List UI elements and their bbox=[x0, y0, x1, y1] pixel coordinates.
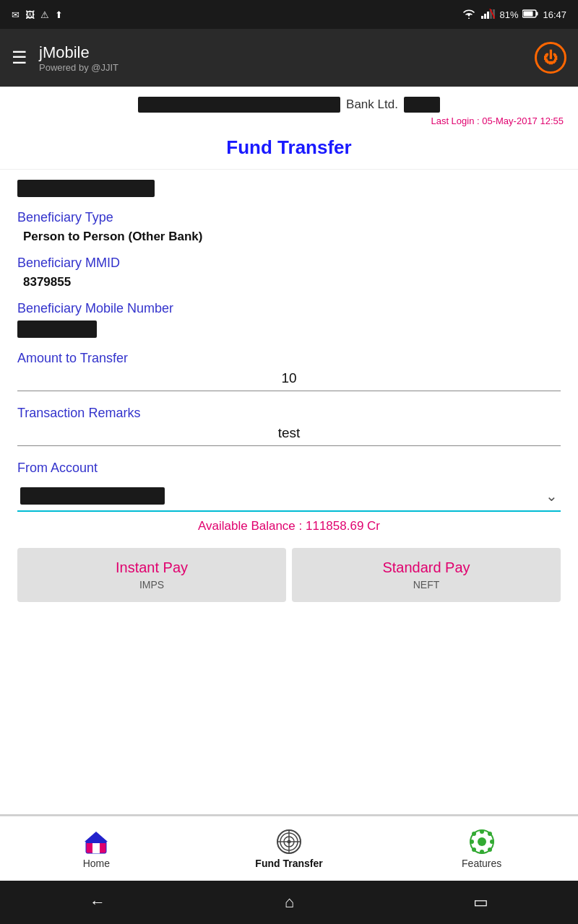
bank-name-row: Bank Ltd. bbox=[14, 97, 564, 113]
beneficiary-mmid-label: Beneficiary MMID bbox=[17, 256, 561, 271]
standard-pay-button[interactable]: Standard Pay NEFT bbox=[292, 548, 561, 602]
hamburger-menu[interactable]: ☰ bbox=[12, 48, 27, 68]
power-button[interactable]: ⏻ bbox=[535, 42, 566, 74]
svg-rect-2 bbox=[484, 14, 486, 19]
neft-label: NEFT bbox=[413, 579, 440, 590]
home-label: Home bbox=[83, 858, 110, 869]
chevron-down-icon: ⌄ bbox=[545, 487, 558, 505]
beneficiary-mmid-value: 8379855 bbox=[17, 275, 561, 289]
home-button[interactable]: ⌂ bbox=[285, 893, 294, 912]
svg-rect-12 bbox=[92, 843, 100, 853]
remarks-label: Transaction Remarks bbox=[17, 406, 561, 421]
account-number-redacted bbox=[17, 180, 155, 197]
svg-point-27 bbox=[488, 847, 492, 852]
app-bar: ☰ jMobile Powered by @JJIT ⏻ bbox=[0, 29, 578, 87]
home-icon bbox=[83, 829, 109, 855]
signal-icon bbox=[480, 9, 495, 21]
svg-point-22 bbox=[480, 829, 484, 834]
svg-point-23 bbox=[480, 850, 484, 854]
svg-point-21 bbox=[478, 837, 486, 846]
account-select-redacted bbox=[20, 487, 165, 505]
battery-icon bbox=[522, 9, 538, 20]
page-title: Fund Transfer bbox=[14, 136, 564, 159]
bank-suffix: Bank Ltd. bbox=[346, 97, 398, 112]
features-icon bbox=[469, 829, 495, 855]
remarks-input-wrapper[interactable] bbox=[17, 425, 561, 446]
remarks-input[interactable] bbox=[17, 425, 561, 441]
svg-rect-1 bbox=[481, 16, 483, 19]
action-buttons: Instant Pay IMPS Standard Pay NEFT bbox=[17, 548, 561, 616]
beneficiary-mobile-redacted bbox=[17, 321, 97, 338]
app-subtitle: Powered by @JJIT bbox=[39, 62, 118, 73]
bottom-nav: Home Fund Transfer bbox=[0, 816, 578, 881]
svg-point-26 bbox=[472, 832, 476, 836]
app-bar-left: ☰ jMobile Powered by @JJIT bbox=[12, 43, 118, 73]
remarks-field: Transaction Remarks bbox=[17, 406, 561, 446]
status-bar: ✉ 🖼 ⚠ ⬆ 81% bbox=[0, 0, 578, 29]
battery-percentage: 81% bbox=[499, 9, 518, 20]
svg-rect-3 bbox=[487, 12, 489, 19]
last-login: Last Login : 05-May-2017 12:55 bbox=[431, 116, 564, 126]
message-icon: ✉ bbox=[12, 9, 20, 20]
upload-icon: ⬆ bbox=[55, 9, 63, 20]
power-icon: ⏻ bbox=[543, 50, 558, 66]
image-icon: 🖼 bbox=[25, 9, 35, 20]
amount-input[interactable] bbox=[17, 370, 561, 386]
main-content: Bank Ltd. Last Login : 05-May-2017 12:55… bbox=[0, 87, 578, 881]
nav-home[interactable]: Home bbox=[0, 829, 193, 869]
fund-transfer-icon bbox=[276, 829, 302, 855]
app-title: jMobile bbox=[39, 43, 118, 62]
system-nav: ← ⌂ ▭ bbox=[0, 881, 578, 924]
bank-code-redacted bbox=[404, 97, 440, 113]
instant-pay-label: Instant Pay bbox=[116, 559, 188, 576]
svg-point-0 bbox=[468, 17, 470, 19]
beneficiary-mobile-label: Beneficiary Mobile Number bbox=[17, 301, 561, 316]
bank-name-redacted bbox=[138, 97, 340, 113]
svg-point-29 bbox=[472, 847, 476, 852]
app-title-block: jMobile Powered by @JJIT bbox=[39, 43, 118, 73]
svg-rect-13 bbox=[86, 840, 106, 843]
warning-icon: ⚠ bbox=[40, 9, 49, 20]
fund-transfer-label: Fund Transfer bbox=[255, 858, 322, 869]
standard-pay-label: Standard Pay bbox=[382, 559, 470, 576]
svg-rect-8 bbox=[536, 12, 538, 15]
recent-button[interactable]: ▭ bbox=[473, 893, 488, 912]
page-title-section: Fund Transfer bbox=[0, 131, 578, 170]
from-account-field: From Account ⌄ Available Balance : 11185… bbox=[17, 461, 561, 533]
from-account-select[interactable]: ⌄ bbox=[17, 481, 561, 512]
instant-pay-button[interactable]: Instant Pay IMPS bbox=[17, 548, 286, 602]
features-label: Features bbox=[462, 858, 501, 869]
svg-point-28 bbox=[488, 832, 492, 836]
wifi-icon bbox=[462, 9, 476, 21]
beneficiary-type-label: Beneficiary Type bbox=[17, 210, 561, 225]
time-display: 16:47 bbox=[543, 9, 566, 20]
svg-rect-9 bbox=[524, 11, 533, 16]
beneficiary-mmid-field: Beneficiary MMID 8379855 bbox=[17, 256, 561, 289]
amount-label: Amount to Transfer bbox=[17, 351, 561, 366]
imps-label: IMPS bbox=[139, 579, 164, 590]
beneficiary-mobile-field: Beneficiary Mobile Number bbox=[17, 301, 561, 338]
nav-fund-transfer[interactable]: Fund Transfer bbox=[193, 829, 386, 869]
available-balance: Available Balance : 111858.69 Cr bbox=[17, 519, 561, 533]
nav-features[interactable]: Features bbox=[385, 829, 578, 869]
back-button[interactable]: ← bbox=[90, 893, 105, 912]
status-right-icons: 81% 16:47 bbox=[462, 9, 566, 21]
bank-header: Bank Ltd. Last Login : 05-May-2017 12:55 bbox=[0, 87, 578, 131]
svg-point-25 bbox=[490, 840, 494, 844]
from-account-label: From Account bbox=[17, 461, 561, 476]
beneficiary-type-value: Person to Person (Other Bank) bbox=[17, 230, 561, 244]
status-left-icons: ✉ 🖼 ⚠ ⬆ bbox=[12, 9, 63, 20]
amount-field: Amount to Transfer bbox=[17, 351, 561, 391]
form-section: Beneficiary Type Person to Person (Other… bbox=[0, 170, 578, 814]
svg-marker-11 bbox=[85, 832, 108, 842]
svg-point-24 bbox=[470, 840, 474, 844]
beneficiary-type-field: Beneficiary Type Person to Person (Other… bbox=[17, 210, 561, 244]
amount-input-wrapper[interactable] bbox=[17, 370, 561, 391]
